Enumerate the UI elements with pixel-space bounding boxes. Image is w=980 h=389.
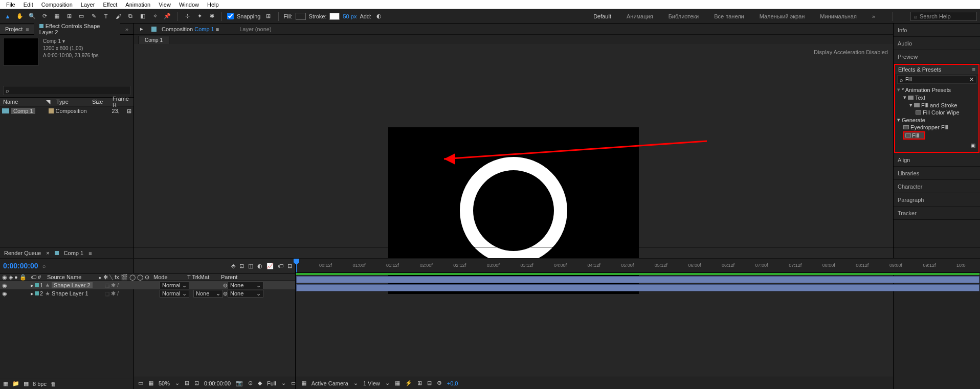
col-name[interactable]: Name xyxy=(0,99,46,105)
panel-align[interactable]: Align xyxy=(894,153,980,167)
camera-tool-icon[interactable]: ▦ xyxy=(52,12,61,21)
panel-preview[interactable]: Preview xyxy=(894,50,980,63)
snapping-checkbox[interactable] xyxy=(227,13,234,19)
time-ruler[interactable]: 00:12f01:00f01:12f02:00f02:12f03:00f03:1… xyxy=(296,259,980,273)
label-color[interactable] xyxy=(35,283,39,287)
world-axis-icon[interactable]: ✦ xyxy=(195,12,204,21)
menu-view[interactable]: View xyxy=(154,2,175,8)
col-type[interactable]: Type xyxy=(56,99,92,105)
col-switches[interactable]: ⬥ ✻ ╲ fx 🎬 ◯ ◯ ⊙ xyxy=(98,274,153,281)
tree-fillstroke[interactable]: ▾Fill and Stroke xyxy=(897,101,976,109)
col-source-name[interactable]: Source Name xyxy=(45,274,98,280)
col-mode[interactable]: Mode xyxy=(153,274,187,280)
panel-audio[interactable]: Audio xyxy=(894,37,980,50)
pickwhip-icon[interactable]: ⊚ xyxy=(223,290,228,297)
panel-menu-icon[interactable]: ≡ xyxy=(972,66,975,73)
timeline-search[interactable]: ⌕ xyxy=(42,263,46,269)
panel-tracker[interactable]: Tracker xyxy=(894,207,980,220)
tab-effect-controls[interactable]: Effect Controls Shape Layer 2 xyxy=(34,21,120,37)
menu-window[interactable]: Window xyxy=(175,2,203,8)
menu-effect[interactable]: Effect xyxy=(99,2,121,8)
effect-fill[interactable]: Fill xyxy=(897,131,976,140)
tree-text[interactable]: ▾Text xyxy=(897,94,976,101)
flowchart-icon[interactable]: ⊞ xyxy=(127,108,131,115)
workspace-more[interactable]: » xyxy=(872,13,875,19)
preset-fill-color-wipe[interactable]: Fill Color Wipe xyxy=(897,109,976,116)
layer-bar-2[interactable] xyxy=(296,284,979,291)
search-help-field[interactable]: ⌕ Search Help xyxy=(910,12,977,21)
tab-timeline-comp[interactable]: Comp 1 xyxy=(64,250,84,256)
roto-tool-icon[interactable]: ✧ xyxy=(150,12,160,21)
stroke-width[interactable]: 50 px xyxy=(343,13,357,19)
clone-tool-icon[interactable]: ⧉ xyxy=(126,12,135,21)
layer-row-2[interactable]: ◉ ▸2 ★Shape Layer 1 ⬚ ✱ / Normal⌄ None⌄ … xyxy=(0,289,295,298)
layer-row-1[interactable]: ◉ ▸1 ★Shape Layer 2 ⬚ ✱ / Normal⌄ ⊚ None… xyxy=(0,281,295,289)
shy-icon[interactable]: ⬘ xyxy=(231,263,235,269)
workspace-default[interactable]: Default xyxy=(593,13,611,19)
frameblend-icon[interactable]: ◫ xyxy=(248,263,253,269)
clear-icon[interactable]: ✕ xyxy=(969,76,974,83)
pen-tool-icon[interactable]: ✎ xyxy=(89,12,98,21)
visibility-icon[interactable]: ◉ xyxy=(2,282,7,289)
project-search[interactable]: ⌕ xyxy=(3,86,130,95)
panel-libraries[interactable]: Libraries xyxy=(894,167,980,180)
tree-generate[interactable]: ▾ Generate xyxy=(897,116,976,124)
menu-animation[interactable]: Animation xyxy=(121,2,154,8)
view-axis-icon[interactable]: ✱ xyxy=(207,12,216,21)
hand-tool-icon[interactable]: ✋ xyxy=(15,12,25,21)
workspace-smallscreen[interactable]: Маленький экран xyxy=(760,13,805,19)
comp-tab-name[interactable]: Comp 1 xyxy=(194,26,214,32)
menu-layer[interactable]: Layer xyxy=(77,2,99,8)
zoom-tool-icon[interactable]: 🔍 xyxy=(28,12,37,21)
trkmat-select[interactable]: None⌄ xyxy=(193,290,223,298)
menu-file[interactable]: File xyxy=(2,2,19,8)
menu-composition[interactable]: Composition xyxy=(37,2,77,8)
puppet-tool-icon[interactable]: 📌 xyxy=(163,12,172,21)
panbehind-tool-icon[interactable]: ⊞ xyxy=(64,12,74,21)
workspace-libraries[interactable]: Библиотеки xyxy=(669,13,699,19)
effect-eyedropper-fill[interactable]: Eyedropper Fill xyxy=(897,124,976,131)
add-shape-icon[interactable]: ◐ xyxy=(374,12,384,21)
project-row-comp1[interactable]: Comp 1 Composition 23, ⊞ xyxy=(0,106,133,116)
col-parent[interactable]: Parent xyxy=(221,274,295,280)
label-color-swatch[interactable] xyxy=(49,108,54,113)
expand-icon[interactable]: ▸ xyxy=(31,290,34,297)
workspace-animation[interactable]: Анимация xyxy=(627,13,653,19)
panel-character[interactable]: Character xyxy=(894,180,980,193)
moblur-icon[interactable]: ◐ xyxy=(257,263,262,269)
current-timecode[interactable]: 0:00:00:00 xyxy=(3,262,38,270)
pickwhip-icon[interactable]: ⊚ xyxy=(223,282,228,289)
visibility-icon[interactable]: ◉ xyxy=(2,290,7,297)
tree-anim-presets[interactable]: ▾ * Animation Presets xyxy=(897,86,976,94)
tab-project[interactable]: Project≡ xyxy=(0,25,34,34)
col-tag[interactable]: ◥ xyxy=(46,99,56,105)
panel-info[interactable]: Info xyxy=(894,24,980,37)
timeline-tracks[interactable] xyxy=(296,273,980,389)
eraser-tool-icon[interactable]: ◧ xyxy=(138,12,147,21)
label-color[interactable] xyxy=(35,291,39,295)
effects-search-input[interactable] xyxy=(905,77,956,82)
mode-select[interactable]: Normal⌄ xyxy=(160,290,189,298)
selection-tool-icon[interactable]: ▲ xyxy=(3,12,12,21)
menu-edit[interactable]: Edit xyxy=(19,2,37,8)
col-trkmat[interactable]: T TrkMat xyxy=(187,274,221,280)
workspace-allpanels[interactable]: Все панели xyxy=(714,13,744,19)
effects-title[interactable]: Effects & Presets xyxy=(898,66,941,73)
rect-tool-icon[interactable]: ▭ xyxy=(77,12,86,21)
tag-icon[interactable]: 🏷 xyxy=(278,263,283,269)
fill-swatch[interactable] xyxy=(296,13,306,20)
graph-icon[interactable]: 📈 xyxy=(266,263,274,269)
snap-opts-icon[interactable]: ⊞ xyxy=(264,12,273,21)
type-tool-icon[interactable]: T xyxy=(101,12,110,21)
marker-icon[interactable]: ▸ xyxy=(137,25,146,34)
playhead[interactable] xyxy=(296,259,297,272)
new-bin-icon[interactable]: ▣ xyxy=(970,142,975,148)
comp-flowchart-tab[interactable]: Comp 1 xyxy=(138,36,169,44)
panel-paragraph[interactable]: Paragraph xyxy=(894,193,980,207)
local-axis-icon[interactable]: ⊹ xyxy=(183,12,192,21)
brush-tool-icon[interactable]: 🖌 xyxy=(114,12,123,21)
brain-icon[interactable]: ⊟ xyxy=(287,263,292,269)
comp-name[interactable]: Comp 1 ▾ xyxy=(43,38,98,45)
menu-help[interactable]: Help xyxy=(203,2,223,8)
workspace-minimal[interactable]: Минимальная xyxy=(820,13,857,19)
